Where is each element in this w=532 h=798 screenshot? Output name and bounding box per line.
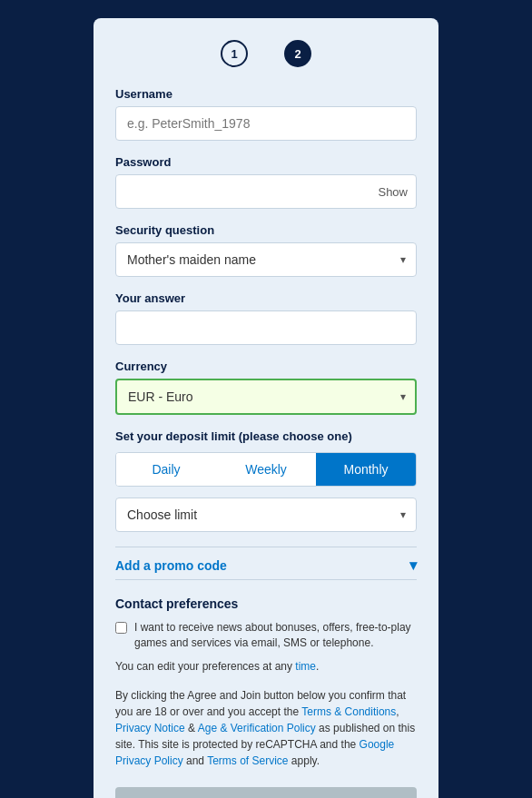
contact-prefs-title: Contact preferences bbox=[115, 596, 417, 611]
currency-wrapper: EUR - Euro GBP - British Pound USD - US … bbox=[115, 379, 417, 415]
tab-monthly[interactable]: Monthly bbox=[316, 453, 416, 486]
registration-card: 1 2 Username Password Show Security ques… bbox=[94, 18, 438, 798]
security-question-wrapper: Mother's maiden name Name of first pet F… bbox=[115, 242, 417, 277]
contact-checkbox[interactable] bbox=[115, 622, 127, 634]
password-wrapper: Show bbox=[115, 174, 417, 209]
contact-checkbox-row: I want to receive news about bonuses, of… bbox=[115, 620, 417, 651]
password-group: Password Show bbox=[115, 155, 417, 209]
terms-text: By clicking the Agree and Join button be… bbox=[115, 687, 417, 769]
username-input[interactable] bbox=[115, 106, 417, 141]
terms-conditions-link[interactable]: Terms & Conditions bbox=[301, 705, 396, 718]
agree-join-button[interactable]: Agree and Join bbox=[115, 787, 417, 798]
age-verification-link[interactable]: Age & Verification Policy bbox=[198, 722, 316, 734]
edit-time-link[interactable]: time bbox=[295, 660, 316, 673]
password-input[interactable] bbox=[115, 174, 417, 209]
privacy-notice-link[interactable]: Privacy Notice bbox=[115, 722, 185, 734]
username-label: Username bbox=[115, 87, 417, 101]
currency-group: Currency EUR - Euro GBP - British Pound … bbox=[115, 360, 417, 415]
deposit-limit-label: Set your deposit limit (please choose on… bbox=[115, 429, 417, 443]
deposit-tabs: Daily Weekly Monthly bbox=[115, 452, 417, 487]
answer-label: Your answer bbox=[115, 291, 417, 305]
contact-prefs-group: Contact preferences I want to receive ne… bbox=[115, 596, 417, 673]
promo-code-section[interactable]: Add a promo code ▾ bbox=[115, 547, 417, 580]
show-password-button[interactable]: Show bbox=[378, 185, 408, 199]
step-1: 1 bbox=[221, 40, 248, 67]
password-label: Password bbox=[115, 155, 417, 169]
security-question-label: Security question bbox=[115, 223, 417, 237]
currency-select[interactable]: EUR - Euro GBP - British Pound USD - US … bbox=[115, 379, 417, 415]
tab-daily[interactable]: Daily bbox=[116, 453, 216, 486]
security-question-group: Security question Mother's maiden name N… bbox=[115, 223, 417, 277]
limit-amount-select[interactable]: Choose limit 100 250 500 1000 bbox=[115, 498, 417, 532]
answer-group: Your answer bbox=[115, 291, 417, 345]
step-2: 2 bbox=[284, 40, 311, 67]
limit-amount-wrapper: Choose limit 100 250 500 1000 ▾ bbox=[115, 498, 417, 532]
username-group: Username bbox=[115, 87, 417, 141]
edit-note: You can edit your preferences at any tim… bbox=[115, 660, 417, 673]
step-indicators: 1 2 bbox=[115, 40, 417, 67]
security-question-select[interactable]: Mother's maiden name Name of first pet F… bbox=[115, 242, 417, 277]
promo-code-label: Add a promo code bbox=[115, 558, 227, 573]
currency-label: Currency bbox=[115, 360, 417, 373]
deposit-limit-group: Set your deposit limit (please choose on… bbox=[115, 429, 417, 532]
contact-checkbox-label: I want to receive news about bonuses, of… bbox=[134, 620, 417, 651]
promo-chevron-icon: ▾ bbox=[409, 557, 417, 574]
answer-input[interactable] bbox=[115, 310, 417, 345]
tab-weekly[interactable]: Weekly bbox=[216, 453, 316, 486]
terms-of-service-link[interactable]: Terms of Service bbox=[207, 754, 288, 767]
